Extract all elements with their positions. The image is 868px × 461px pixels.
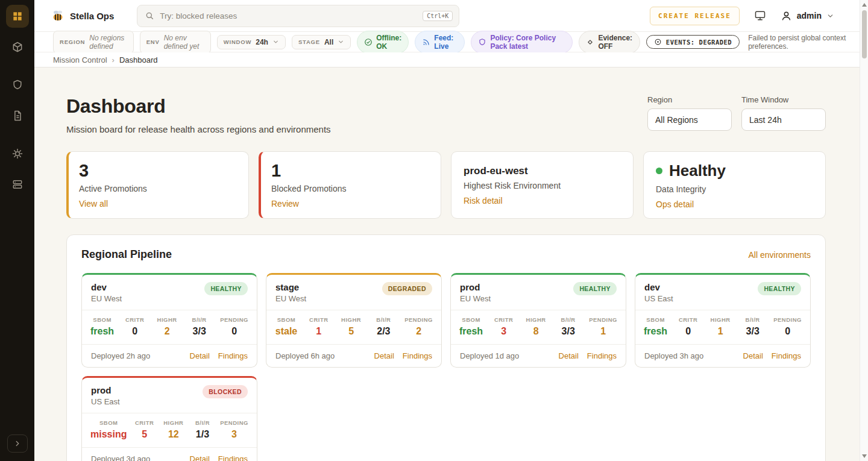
sidebar-item-documents[interactable] bbox=[6, 104, 29, 127]
regional-pipeline-panel: Regional Pipeline All environments dev E… bbox=[66, 234, 826, 461]
offline-status-chip[interactable]: Offline: OK bbox=[357, 31, 409, 54]
sidebar-expand-button[interactable] bbox=[7, 434, 28, 453]
environment-block: prod US East bbox=[91, 385, 120, 406]
create-release-button[interactable]: CREATE RELEASE bbox=[650, 7, 740, 25]
breadcrumb-mission-control[interactable]: Mission Control bbox=[53, 55, 107, 64]
sidebar-nav bbox=[6, 5, 29, 196]
stage-chip-label: STAGE bbox=[298, 39, 320, 45]
environment-block: prod EU West bbox=[460, 282, 491, 303]
critr-label: CRITR bbox=[124, 316, 146, 323]
stat-pending: PENDING 0 bbox=[773, 316, 802, 337]
stat-critr: CRITR 3 bbox=[492, 316, 515, 337]
findings-link[interactable]: Findings bbox=[403, 351, 432, 360]
search-input[interactable] bbox=[160, 11, 417, 20]
offline-status-text: Offline: OK bbox=[376, 34, 401, 51]
stat-sbom: SBOM fresh bbox=[644, 316, 667, 337]
stat-critr: CRITR 5 bbox=[133, 419, 156, 440]
env-filter-chip[interactable]: ENV No env defined yet bbox=[140, 31, 211, 54]
region-chip-value: No regions defined bbox=[89, 34, 127, 51]
brand: Stella Ops bbox=[51, 10, 114, 22]
detail-link[interactable]: Detail bbox=[743, 351, 763, 360]
critr-value: 5 bbox=[133, 429, 156, 440]
page-scrollbar[interactable] bbox=[860, 0, 868, 461]
stat-sbom: SBOM stale bbox=[275, 316, 298, 337]
ops-detail-link[interactable]: Ops detail bbox=[656, 199, 694, 209]
findings-link[interactable]: Findings bbox=[587, 351, 617, 360]
stat-bir: B/I/R 1/3 bbox=[191, 419, 214, 440]
environment-name: dev bbox=[644, 282, 673, 292]
detail-link[interactable]: Detail bbox=[374, 351, 394, 360]
chevron-down-icon bbox=[272, 39, 279, 45]
critr-label: CRITR bbox=[133, 419, 156, 426]
pipeline-card-stats: SBOM fresh CRITR 0 HIGHR 1 bbox=[635, 310, 810, 344]
environment-name: prod bbox=[460, 282, 491, 292]
findings-link[interactable]: Findings bbox=[772, 351, 801, 360]
scrollbar-thumb[interactable] bbox=[862, 10, 867, 58]
region-select[interactable]: All Regions bbox=[647, 108, 732, 131]
evidence-status-chip[interactable]: Evidence: OFF bbox=[579, 31, 640, 54]
time-window-select[interactable]: Last 24h bbox=[741, 108, 826, 131]
deployed-text: Deployed 3d ago bbox=[91, 454, 150, 461]
feed-status-chip[interactable]: Feed: Live bbox=[415, 31, 465, 54]
environment-block: stage EU West bbox=[275, 282, 306, 303]
stat-bir: B/I/R 3/3 bbox=[557, 316, 580, 337]
sbom-value: fresh bbox=[644, 326, 667, 337]
status-badge: DEGRADED bbox=[382, 282, 432, 295]
detail-link[interactable]: Detail bbox=[190, 454, 210, 461]
risk-detail-link[interactable]: Risk detail bbox=[464, 196, 503, 205]
stage-filter-chip[interactable]: STAGE All bbox=[292, 35, 351, 49]
sidebar-item-dashboard[interactable] bbox=[6, 5, 29, 28]
view-all-link[interactable]: View all bbox=[79, 199, 108, 209]
policy-status-chip[interactable]: Policy: Core Policy Pack latest bbox=[471, 31, 573, 54]
top-bar: Stella Ops Ctrl+K CREATE RELEASE bbox=[34, 0, 860, 32]
environment-region: EU West bbox=[460, 294, 491, 303]
card-links: Detail Findings bbox=[559, 351, 617, 360]
stat-critr: CRITR 0 bbox=[677, 316, 700, 337]
sidebar-item-infrastructure[interactable] bbox=[6, 173, 29, 196]
stat-highr: HIGHR 1 bbox=[709, 316, 732, 337]
window-filter-chip[interactable]: WINDOW 24h bbox=[217, 35, 286, 49]
breadcrumb-separator-icon: › bbox=[112, 55, 115, 64]
events-status-pill[interactable]: EVENTS: DEGRADED bbox=[646, 35, 740, 49]
detail-link[interactable]: Detail bbox=[559, 351, 579, 360]
stat-sbom: SBOM fresh bbox=[90, 316, 114, 337]
deployed-text: Deployed 3h ago bbox=[644, 351, 703, 360]
events-label: EVENTS: bbox=[666, 39, 695, 46]
blocked-promotions-value: 1 bbox=[271, 162, 429, 180]
region-filter-chip[interactable]: REGION No regions defined bbox=[53, 31, 134, 54]
pipeline-card: stage EU West DEGRADED SBOM stale CR bbox=[266, 273, 442, 368]
environment-name: dev bbox=[91, 282, 122, 292]
sidebar-item-settings[interactable] bbox=[6, 142, 29, 165]
chevron-down-icon bbox=[826, 12, 834, 20]
pipeline-card-head: dev US East HEALTHY bbox=[635, 275, 810, 310]
critr-label: CRITR bbox=[492, 316, 515, 323]
global-search[interactable]: Ctrl+K bbox=[137, 5, 459, 27]
scrollbar-down-arrow-icon[interactable] bbox=[862, 454, 867, 458]
status-badge: BLOCKED bbox=[203, 385, 248, 398]
pending-value: 3 bbox=[220, 429, 248, 440]
events-value: DEGRADED bbox=[699, 39, 732, 46]
findings-link[interactable]: Findings bbox=[218, 351, 248, 360]
shield-icon bbox=[478, 38, 486, 46]
sidebar-item-policy[interactable] bbox=[6, 74, 29, 96]
scrollbar-up-arrow-icon[interactable] bbox=[862, 3, 867, 7]
sidebar-item-releases[interactable] bbox=[6, 36, 29, 58]
findings-link[interactable]: Findings bbox=[218, 454, 248, 461]
display-mode-button[interactable] bbox=[754, 10, 766, 22]
user-name: admin bbox=[797, 11, 822, 20]
all-environments-link[interactable]: All environments bbox=[749, 250, 811, 260]
deployed-text: Deployed 6h ago bbox=[275, 351, 335, 360]
dashboard-grid-icon bbox=[11, 10, 24, 22]
environment-block: dev EU West bbox=[91, 282, 122, 303]
page-filters: Region All Regions Time Window Last 24h bbox=[647, 95, 826, 131]
detail-link[interactable]: Detail bbox=[190, 351, 210, 360]
user-menu[interactable]: admin bbox=[781, 10, 834, 22]
review-link[interactable]: Review bbox=[271, 199, 299, 209]
stat-pending: PENDING 3 bbox=[220, 419, 248, 440]
sbom-label: SBOM bbox=[90, 419, 127, 426]
pipeline-card-foot: Deployed 3h ago Detail Findings bbox=[635, 344, 810, 367]
pipeline-card-head: dev EU West HEALTHY bbox=[82, 275, 257, 310]
search-shortcut-hint: Ctrl+K bbox=[423, 11, 453, 21]
chevron-down-icon bbox=[338, 39, 344, 45]
environment-region: US East bbox=[91, 397, 120, 406]
